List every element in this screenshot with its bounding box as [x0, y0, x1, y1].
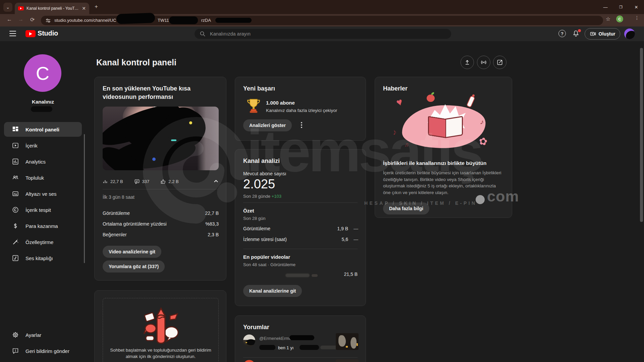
- reload-icon[interactable]: ⟳: [30, 16, 35, 23]
- short-stats-row: 22,7 B 337 2,2 B: [103, 178, 219, 185]
- browser-tabstrip: ⌄ Kanal kontrol paneli - YouTube ✕ + — ❐…: [0, 0, 644, 14]
- view-comments-button[interactable]: Yorumlara göz at (337): [103, 260, 165, 273]
- url-text: studio.youtube.com/channel/UC: [54, 18, 116, 23]
- channel-analytics-button[interactable]: Kanal analizlerine git: [243, 285, 302, 297]
- notifications-button[interactable]: [572, 29, 581, 38]
- page-title: Kanal kontrol paneli: [96, 58, 176, 67]
- browser-menu-icon[interactable]: ⋮: [635, 15, 639, 20]
- comment-fragment: ben 1 yı: [278, 345, 293, 350]
- metric-label: Beğenenler: [103, 232, 127, 237]
- sidebar-item-monetization[interactable]: Para kazanma: [0, 218, 86, 234]
- browser-tab-active[interactable]: Kanal kontrol paneli - YouTube ✕: [15, 3, 89, 14]
- sidebar-item-subtitles[interactable]: Altyazı ve ses: [0, 186, 86, 202]
- top-videos-title: En popüler videolar: [243, 254, 290, 260]
- sidebar-item-label: Analytics: [25, 159, 46, 165]
- censor-blob: [246, 339, 255, 345]
- flower-icon: ✿: [478, 135, 488, 148]
- sidebar-item-community[interactable]: Topluluk: [0, 170, 86, 186]
- sidebar-item-label: Özelleştirme: [25, 239, 53, 245]
- gear-icon: [11, 331, 19, 339]
- browser-profile-avatar[interactable]: C: [616, 15, 623, 22]
- edit-button[interactable]: [493, 56, 506, 69]
- search-bar[interactable]: [195, 29, 451, 39]
- help-icon[interactable]: ?: [558, 30, 566, 37]
- latest-short-card: En son yüklenen YouTube kısa videosunun …: [94, 77, 226, 281]
- short-comments: 337: [142, 179, 150, 184]
- kebab-menu-icon[interactable]: [301, 122, 302, 129]
- commenter-username[interactable]: @ErmenekErmen: [259, 336, 294, 341]
- sidebar-item-label: İçerik tespit: [25, 207, 51, 213]
- search-input[interactable]: [210, 29, 441, 39]
- comment-video-thumbnail[interactable]: [336, 359, 359, 362]
- window-close-button[interactable]: ✕: [629, 0, 644, 14]
- censor-blob: [300, 345, 319, 350]
- sidebar-scrollbar[interactable]: [84, 134, 85, 263]
- sidebar-item-copyright[interactable]: İçerik tespit: [0, 202, 86, 218]
- learn-more-button[interactable]: Daha fazla bilgi: [383, 202, 429, 215]
- sidebar-item-label: Kontrol paneli: [25, 127, 59, 132]
- tab-search-button[interactable]: ⌄: [3, 3, 12, 12]
- sidebar-item-audio-library[interactable]: Ses kitaplığı: [0, 250, 86, 266]
- card-title: Kanal analizi: [243, 157, 280, 165]
- account-avatar[interactable]: [624, 28, 635, 39]
- sidebar-item-label: Para kazanma: [25, 223, 58, 229]
- search-icon: [200, 31, 205, 37]
- like-icon: [161, 179, 166, 184]
- comments-card: Yorumlar @ErmenekErmen ben 1 yı: [235, 315, 366, 362]
- feedback-icon: [11, 347, 19, 355]
- back-icon[interactable]: ←: [7, 16, 12, 22]
- news-illustration: ♥ ♪ ♪ ♫ ✿: [396, 97, 493, 154]
- url-bar[interactable]: studio.youtube.com/channel/UC TW11V rzDA: [41, 16, 603, 25]
- summary-value: 5,6: [342, 237, 348, 242]
- tab-close-icon[interactable]: ✕: [82, 6, 86, 11]
- short-views: 22,7 B: [110, 179, 123, 184]
- youtube-logo[interactable]: [25, 30, 36, 37]
- bookmark-star-icon[interactable]: ☆: [606, 16, 610, 22]
- tube-icon: [466, 95, 476, 108]
- community-post-card: Sohbet başlatmak ve topluluğunuzdan geri…: [94, 290, 226, 362]
- show-analytics-button[interactable]: Analizleri göster: [243, 119, 292, 131]
- studio-wordmark[interactable]: Studio: [38, 29, 58, 37]
- metric-label: Ortalama görüntüleme yüzdesi: [103, 221, 167, 227]
- collapse-chevron-icon[interactable]: [213, 179, 219, 184]
- comment-video-thumbnail[interactable]: [336, 333, 359, 350]
- video-thumbnail[interactable]: [103, 107, 219, 170]
- video-analytics-button[interactable]: Video analizlerine git: [103, 246, 161, 258]
- censor-blob: [259, 345, 275, 350]
- video-plus-icon: [590, 31, 596, 37]
- music-note-icon: ♪: [391, 127, 397, 137]
- subscriber-count: 2.025: [243, 177, 275, 191]
- censor-blob: [169, 16, 198, 24]
- sidebar-item-feedback[interactable]: Geri bildirim gönder: [0, 343, 86, 359]
- sidebar-item-analytics[interactable]: Analytics: [0, 154, 86, 170]
- summary-value: 1,9 B: [337, 226, 348, 231]
- window-minimize-button[interactable]: —: [598, 0, 613, 14]
- channel-analytics-card: Kanal analizi Mevcut abone sayısı 2.025 …: [235, 149, 366, 306]
- forward-icon[interactable]: →: [18, 16, 23, 22]
- summary-row: İzlenme süresi (saat) 5,6 —: [243, 237, 358, 242]
- sidebar-item-settings[interactable]: Ayarlar: [0, 327, 86, 343]
- comments-icon: [135, 179, 140, 184]
- sidebar-item-content[interactable]: İçerik: [0, 137, 86, 154]
- create-button[interactable]: Oluştur: [585, 28, 620, 40]
- pencil-doodle-illustration: [139, 306, 183, 350]
- window-maximize-button[interactable]: ❐: [613, 0, 629, 14]
- upload-video-button[interactable]: [461, 56, 474, 69]
- site-info-icon[interactable]: [46, 18, 51, 23]
- sidebar-item-dashboard[interactable]: Kontrol paneli: [0, 121, 86, 137]
- channel-avatar[interactable]: C: [24, 54, 61, 92]
- go-live-button[interactable]: [477, 56, 490, 69]
- sidebar-item-customization[interactable]: Özelleştirme: [0, 234, 86, 250]
- hamburger-menu-icon[interactable]: [9, 31, 16, 36]
- magic-wand-icon: [11, 238, 19, 246]
- url-fragment-2: rzDA: [201, 18, 211, 23]
- sidebar-item-label: Altyazı ve ses: [25, 191, 57, 197]
- sidebar: C Kanalınız to Kontrol paneli: [0, 41, 86, 362]
- commenter-avatar[interactable]: [243, 335, 255, 347]
- page-scrollbar[interactable]: [640, 48, 643, 222]
- new-tab-button[interactable]: +: [95, 3, 98, 10]
- sidebar-item-label: Ayarlar: [25, 332, 41, 338]
- commenter-avatar[interactable]: [243, 360, 255, 362]
- subscribers-label: Mevcut abone sayısı: [243, 171, 286, 176]
- short-period: İlk 3 gün 8 saat: [103, 194, 135, 200]
